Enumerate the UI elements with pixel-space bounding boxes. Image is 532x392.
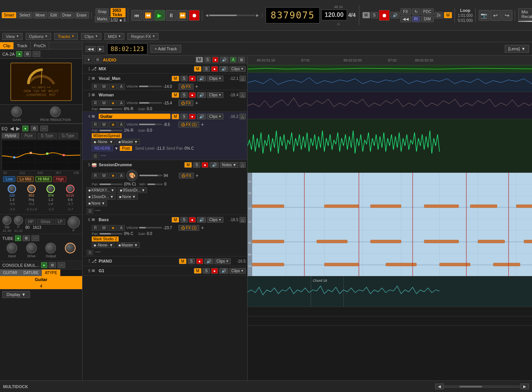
track6-master[interactable]: ■Master▼: [117, 242, 140, 248]
console-more[interactable]: ⋯: [58, 262, 65, 268]
track7-speaker[interactable]: 🔊: [204, 258, 213, 264]
move-button[interactable]: Move: [33, 12, 47, 18]
play-button[interactable]: ▶: [154, 10, 165, 21]
track4-a-btn[interactable]: A: [118, 122, 125, 127]
audio-r-btn[interactable]: ●: [212, 57, 218, 63]
track6-collapse1[interactable]: ☰: [86, 250, 94, 255]
track2-r-btn[interactable]: R: [92, 84, 99, 89]
clip-tab[interactable]: Clip: [0, 42, 14, 49]
guitar-type3[interactable]: ATYPE: [42, 270, 60, 276]
audio-m-btn[interactable]: M: [196, 57, 203, 63]
eq-settings[interactable]: ⚙: [31, 126, 38, 131]
track4-plugin[interactable]: MStereoSpread: [92, 133, 122, 138]
track5-collapse1[interactable]: ☰: [86, 208, 94, 214]
audio-s-btn[interactable]: S: [205, 57, 211, 63]
erase-button[interactable]: Erase: [74, 12, 89, 18]
track3-pan-slider[interactable]: [99, 108, 122, 110]
track3-expand[interactable]: △: [240, 92, 246, 98]
track4-pan-slider[interactable]: [99, 130, 122, 131]
draw-button[interactable]: Draw: [60, 12, 73, 18]
track3-speaker[interactable]: 🔊: [197, 92, 206, 98]
collapse-audio[interactable]: ▼: [85, 57, 93, 63]
track6-pan-slider[interactable]: [99, 233, 122, 235]
speaker-button[interactable]: 🔊: [390, 12, 400, 18]
track4-vol-slider[interactable]: [139, 124, 162, 125]
track5-drum-sel3[interactable]: ■1SssnDr...▼: [86, 194, 116, 200]
gain-knob[interactable]: [11, 106, 22, 117]
low-freq-knob[interactable]: [8, 185, 16, 193]
track6-insert[interactable]: ■-None-▼: [92, 242, 115, 248]
lomid-band-btn[interactable]: Lo Mid: [17, 176, 34, 182]
track2-plus[interactable]: +: [195, 83, 198, 89]
timeline-scrollbar[interactable]: [444, 385, 520, 388]
track4-r[interactable]: ●: [189, 114, 196, 119]
tube-power[interactable]: ●: [15, 235, 21, 241]
track5-w-btn[interactable]: W: [100, 173, 108, 179]
ri-button[interactable]: RI: [412, 16, 420, 22]
audio-active-btn[interactable]: A: [230, 57, 236, 63]
lp-button[interactable]: LP: [55, 219, 65, 225]
track5-drum-sel1[interactable]: ■KRM1KY...▼: [86, 187, 116, 193]
track5-a-btn[interactable]: A: [118, 173, 125, 179]
track4-star-btn[interactable]: ★: [109, 122, 117, 127]
track7-output[interactable]: Clips: [215, 258, 231, 264]
track3-plus[interactable]: +: [195, 100, 198, 106]
track2-a-btn[interactable]: A: [118, 84, 125, 89]
track6-w-btn[interactable]: W: [100, 225, 108, 231]
track5-s[interactable]: S: [193, 162, 200, 168]
track5-output[interactable]: Notes▼: [220, 162, 238, 168]
track4-m[interactable]: M: [172, 114, 179, 119]
stop-button[interactable]: ⏸: [166, 10, 177, 21]
track5-drum-sel5[interactable]: ■None▼: [86, 200, 107, 206]
scroll-left-btn[interactable]: ◀: [435, 384, 444, 389]
smart-button[interactable]: Smart: [2, 12, 17, 18]
track5-speaker[interactable]: 🔊: [210, 162, 219, 168]
eq-prev[interactable]: ◀: [10, 126, 14, 131]
track5-vol-slider[interactable]: [139, 175, 162, 176]
track4-collapse1[interactable]: ☰: [92, 153, 99, 159]
input-knob[interactable]: [7, 243, 17, 253]
fx-toolbar-button[interactable]: FX: [400, 8, 411, 15]
lens-selector[interactable]: [Lens]▼: [505, 45, 529, 53]
track5-vel-slider[interactable]: [147, 184, 163, 185]
track5-r-btn[interactable]: R: [92, 173, 99, 179]
track5-star-btn[interactable]: ★: [109, 173, 117, 179]
track3-vol-slider[interactable]: [139, 102, 162, 104]
track-tab[interactable]: Track: [14, 42, 31, 49]
tube-more[interactable]: ⋯: [31, 235, 39, 241]
track3-fx[interactable]: ⏻FX: [178, 100, 193, 106]
track2-output[interactable]: Clips: [207, 76, 223, 81]
m-button[interactable]: M: [362, 12, 370, 18]
track5-expand[interactable]: △: [240, 162, 246, 168]
track9-output[interactable]: Clips: [230, 268, 246, 274]
track3-s[interactable]: S: [180, 92, 188, 98]
track6-r-btn[interactable]: R: [92, 225, 99, 231]
track6-vol-slider[interactable]: [139, 227, 162, 228]
track2-m[interactable]: M: [172, 76, 179, 81]
track3-output[interactable]: Clips: [207, 92, 223, 98]
track9-r[interactable]: ●: [211, 268, 218, 274]
record-button[interactable]: ⏺: [189, 10, 200, 21]
track1-speaker[interactable]: 🔊: [219, 66, 228, 72]
track6-s[interactable]: S: [180, 217, 188, 223]
w-button[interactable]: W: [444, 12, 452, 18]
lomid-freq-knob[interactable]: [27, 185, 36, 193]
output-knob[interactable]: [45, 243, 56, 253]
track4-post[interactable]: Post: [120, 146, 132, 151]
track1-m[interactable]: M: [194, 66, 202, 72]
refresh-button[interactable]: ↻: [412, 8, 420, 15]
track-nav-left[interactable]: ◀◀: [86, 46, 96, 52]
master-rec-button[interactable]: ⏺: [379, 10, 390, 21]
mix-recall-dropdown[interactable]: Mix Recall▼: [518, 8, 532, 20]
console-knob[interactable]: [65, 243, 76, 253]
marks-button[interactable]: Marks: [95, 16, 110, 22]
back2-button[interactable]: ◀◀: [400, 16, 411, 22]
eq-hybrid-btn[interactable]: Hybrid: [2, 133, 20, 139]
track3-r[interactable]: ●: [189, 92, 196, 98]
himid-band-btn[interactable]: Hi Mid: [35, 176, 51, 182]
track4-s[interactable]: S: [180, 114, 188, 119]
track2-fx[interactable]: ⏻FX: [178, 84, 193, 89]
track5-drum-sel4[interactable]: ■None▼: [117, 194, 138, 200]
track5-m[interactable]: M: [184, 162, 192, 168]
plugin-more[interactable]: ⋯: [33, 51, 40, 57]
